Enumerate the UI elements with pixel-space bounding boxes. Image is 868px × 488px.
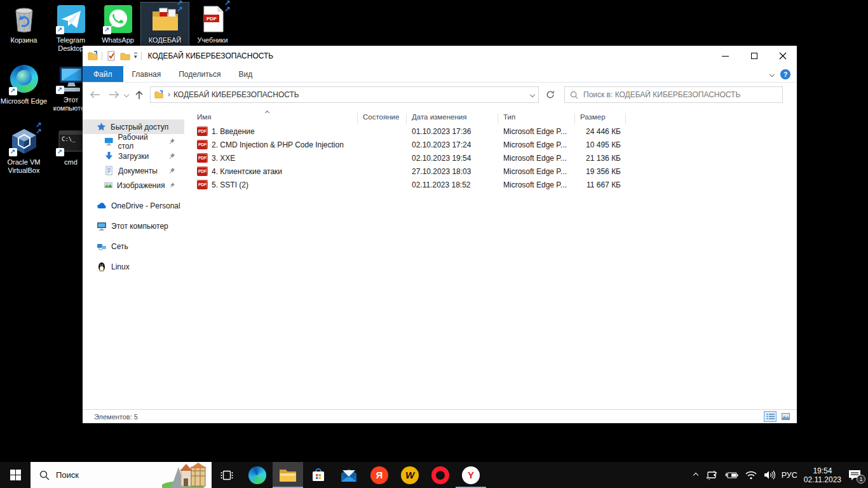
file-type: Microsoft Edge P... [498,180,575,189]
clock[interactable]: 19:54 02.11.2023 [804,466,841,484]
sidebar-item-desktop[interactable]: Рабочий стол [83,134,184,149]
status-bar: Элементов: 5 [83,409,797,423]
system-tray: РУС 19:54 02.11.2023 1 [694,462,868,488]
task-view-button[interactable] [212,462,242,488]
time: 19:54 [804,466,841,475]
recent-locations-icon[interactable] [124,92,129,97]
sidebar-item-label: Документы [118,166,158,175]
file-size: 24 446 КБ [575,127,626,136]
file-explorer-icon [279,468,297,482]
thumbnail-view-button[interactable] [779,411,792,422]
computer-icon: ↗ [56,64,86,94]
pdf-file-icon: PDF [197,180,208,189]
expand-ribbon-icon[interactable] [770,71,775,76]
action-center-button[interactable]: 1 [848,469,862,482]
table-row[interactable]: PDF4. Клиентские атаки 27.10.2023 18:03 … [191,165,797,178]
file-type: Microsoft Edge P... [498,154,575,163]
breadcrumb[interactable]: КОДЕБАЙ КИБЕРБЕЗОПАСНОСТЬ [173,90,527,99]
column-header-modified[interactable]: Дата изменения [407,113,498,125]
sidebar-item-network[interactable]: Сеть [83,239,184,254]
sidebar-item-downloads[interactable]: Загрузки [83,149,184,163]
desktop-icon-kodeby[interactable]: ↗↗ КОДЕБАЙ [141,3,189,46]
this-pc-icon [97,221,107,231]
shortcut-arrow-icon: ↗ [56,86,64,94]
wifi-icon[interactable] [745,470,757,480]
file-name: 4. Клиентские атаки [212,167,282,176]
sidebar-item-pictures[interactable]: Изображения [83,178,184,193]
minimize-button[interactable] [711,46,740,66]
tab-share[interactable]: Поделиться [170,66,229,82]
opera-icon [431,466,449,484]
taskbar-yandex-button[interactable]: Я [364,462,395,488]
sidebar-item-this-pc[interactable]: Этот компьютер [83,219,184,233]
up-button[interactable] [131,86,147,103]
column-header-type[interactable]: Тип [498,113,575,125]
table-row[interactable]: PDF2. CMD Injection & PHP Code Injection… [191,138,797,151]
volume-icon[interactable] [764,470,775,480]
back-button[interactable] [86,86,103,103]
address-bar[interactable]: КОДЕБАЙ КИБЕРБЕЗОПАСНОСТЬ [150,86,539,103]
tab-home[interactable]: Главная [123,66,170,82]
details-view-button[interactable] [764,411,776,422]
column-header-name[interactable]: Имя [191,113,358,125]
taskbar-yandex-browser-button[interactable]: Y [456,462,486,488]
maximize-button[interactable] [740,46,768,66]
taskbar-search-input[interactable] [56,470,139,480]
close-button[interactable] [768,46,797,66]
customize-qat-button[interactable]: ▾ [134,53,137,59]
tray-overflow-icon[interactable] [693,472,698,477]
sidebar-item-onedrive[interactable]: OneDrive - Personal [83,198,184,213]
pin-icon [168,152,175,159]
language-indicator[interactable]: РУС [782,471,797,480]
svg-text:C:\_: C:\_ [62,136,76,142]
start-button[interactable] [0,462,31,488]
taskbar-webmoney-button[interactable]: W [395,462,425,488]
address-bar-row: КОДЕБАЙ КИБЕРБЕЗОПАСНОСТЬ [83,83,797,107]
refresh-button[interactable] [541,86,559,103]
taskbar-store-button[interactable] [303,462,334,488]
desktop-icon-whatsapp[interactable]: ↗ WhatsApp [94,3,142,46]
column-header-size[interactable]: Размер [575,113,626,125]
taskbar-edge-button[interactable] [242,462,273,488]
help-button[interactable]: ? [780,69,790,79]
file-modified: 02.10.2023 17:24 [407,140,498,149]
column-header-status[interactable]: Состояние [358,113,407,125]
sidebar-item-label: Быстрый доступ [111,123,168,132]
desktop-icon [104,137,114,146]
sidebar-item-documents[interactable]: Документы [83,163,184,178]
desktop-icon-edge[interactable]: ↗ Microsoft Edge [0,62,48,107]
address-dropdown-icon[interactable] [530,92,535,97]
window-title: КОДЕБАЙ КИБЕРБЕЗОПАСНОСТЬ [148,51,274,60]
desktop-icon-uchebniki[interactable]: PDF ↗↗ Учебники [189,3,236,46]
tab-view[interactable]: Вид [229,66,261,82]
pdf-file-icon: PDF [197,140,208,149]
new-folder-button[interactable] [120,51,130,61]
table-row[interactable]: PDF3. XXE 02.10.2023 19:54 Microsoft Edg… [191,151,797,165]
desktop-icon-label: Microsoft Edge [0,97,48,105]
column-headers: Имя Состояние Дата изменения Тип Размер [191,107,797,125]
file-size: 11 667 КБ [575,180,626,189]
tab-file[interactable]: Файл [83,66,123,82]
taskbar-search[interactable] [31,462,212,488]
onedrive-icon [97,201,107,211]
date: 02.11.2023 [804,475,841,484]
cmd-icon: C:\_ ↗ ↗↗ [56,126,86,156]
file-name: 5. SSTI (2) [212,180,248,189]
taskbar-explorer-button[interactable] [273,462,303,488]
table-row[interactable]: PDF1. Введение 01.10.2023 17:36 Microsof… [191,125,797,138]
explorer-search[interactable] [564,86,783,103]
desktop-icon-recycle-bin[interactable]: Корзина [0,3,48,46]
search-icon [570,91,578,99]
virtualbox-tray-icon[interactable] [705,470,718,481]
battery-icon[interactable] [724,471,738,480]
taskbar-opera-button[interactable] [425,462,456,488]
sidebar-item-linux[interactable]: Linux [83,259,184,274]
search-input[interactable] [583,90,777,99]
properties-button[interactable] [106,51,116,61]
forward-button[interactable] [105,86,122,103]
shortcut-arrow-icon: ↗ [56,26,64,34]
table-row[interactable]: PDF5. SSTI (2) 02.11.2023 18:52 Microsof… [191,178,797,191]
taskbar-mail-button[interactable] [334,462,364,488]
desktop-icon-virtualbox[interactable]: ↗ ↗↗ Oracle VM VirtualBox [0,125,48,176]
shortcut-arrow-icon: ↗ [56,148,64,156]
